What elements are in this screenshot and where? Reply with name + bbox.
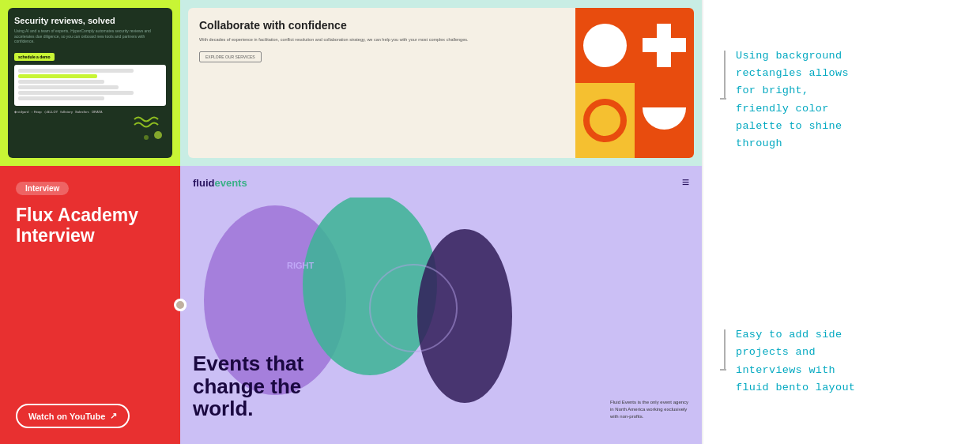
fluid-description: Fluid Events is the only event agency in…: [610, 399, 689, 420]
annotation-top-line1: Using background: [736, 50, 842, 62]
fluid-inner: fluidevents ≡ RIGHT: [180, 166, 702, 444]
annotation-text-top: Using background rectangles allows for b…: [736, 47, 849, 153]
shape-bottom-right: [635, 83, 694, 158]
card-fluid-events: fluidevents ≡ RIGHT: [180, 166, 702, 444]
connector-line-top: [722, 47, 726, 100]
annotation-bottom-line4: fluid bento layout: [736, 382, 855, 393]
watch-youtube-label: Watch on YouTube: [28, 412, 105, 421]
logo-alloy: ◇ ALLOY: [44, 110, 58, 114]
fluid-logo-second: events: [214, 177, 247, 189]
dashboard-row-6: [18, 96, 104, 100]
annotation-top-line6: through: [736, 137, 782, 149]
hamburger-icon[interactable]: ≡: [682, 175, 689, 190]
annotation-top-line3: for bright,: [736, 85, 808, 96]
collaborate-title: Collaborate with confidence: [199, 19, 564, 32]
white-circle-shape: [583, 24, 627, 67]
fluid-heading-line1: Events that: [193, 352, 303, 375]
connector-tick-bottom: [720, 369, 726, 371]
annotation-bottom-line2: projects and: [736, 346, 816, 358]
security-inner: Security reviews, solved Using AI and a …: [8, 8, 172, 158]
connector-tick-top: [720, 98, 726, 100]
watch-youtube-button[interactable]: Watch on YouTube ↗: [16, 404, 130, 428]
dashboard-row-1: [18, 69, 134, 73]
spacer: [722, 247, 961, 279]
dashboard-row-5: [18, 91, 134, 95]
security-dashboard: [14, 65, 166, 106]
annotation-top-group: Using background rectangles allows for b…: [722, 47, 961, 201]
logos-bar: ◆ vidyard ○ Heap ◇ ALLOY fullstory Sales…: [14, 110, 166, 114]
annotation-bottom-line1: Easy to add side: [736, 329, 842, 341]
page-container: Security reviews, solved Using AI and a …: [0, 0, 980, 444]
connector-line-vertical-bottom: [724, 329, 726, 369]
bento-grid: Security reviews, solved Using AI and a …: [0, 0, 703, 444]
annotation-top-line5: palette to shine: [736, 120, 842, 132]
logo-drata: DRATA: [92, 110, 102, 114]
fluid-logo: fluidevents: [193, 177, 247, 189]
security-cta[interactable]: schedule a demo: [14, 53, 55, 61]
connector-line-vertical-top: [724, 51, 726, 98]
collaborate-cta-button[interactable]: EXPLORE OUR SERVICES: [199, 51, 262, 62]
fluid-heading: Events that change the world.: [193, 352, 303, 420]
svg-point-0: [154, 131, 162, 139]
annotation-text-bottom: Easy to add side projects and interviews…: [736, 326, 855, 397]
annotation-bottom-line3: interviews with: [736, 364, 835, 376]
connector-line-bottom: [722, 326, 726, 371]
annotation-top-line4: friendly color: [736, 103, 829, 115]
card-security: Security reviews, solved Using AI and a …: [0, 0, 180, 166]
collaborate-text: Collaborate with confidence With decades…: [188, 8, 575, 158]
logo-salesforce: Salesforr.: [75, 110, 89, 114]
fluid-logo-first: fluid: [193, 177, 214, 189]
shapes-grid: [575, 8, 694, 158]
security-title: Security reviews, solved: [14, 16, 166, 26]
annotation-bottom-group: Easy to add side projects and interviews…: [722, 326, 961, 397]
logo-fullstory: fullstory: [60, 110, 73, 114]
card-interview: Interview Flux Academy Interview Watch o…: [0, 166, 180, 444]
svg-point-5: [417, 229, 512, 403]
svg-point-3: [303, 198, 437, 375]
interview-title: Flux Academy Interview: [16, 205, 164, 394]
annotation-top-line2: rectangles allows: [736, 67, 849, 79]
fluid-heading-line2: change the: [193, 375, 303, 398]
security-desc: Using AI and a team of experts, HyperCom…: [14, 28, 166, 44]
shape-top-left: [575, 8, 635, 83]
shape-top-right: [635, 8, 694, 83]
svg-point-1: [144, 135, 149, 140]
dashboard-row-4: [18, 85, 119, 89]
dashboard-row-2: [18, 74, 97, 78]
shape-bottom-left: [575, 83, 635, 158]
half-circle-shape: [643, 107, 686, 130]
fluid-navbar: fluidevents ≡: [193, 175, 689, 190]
collaborate-desc: With decades of experience in facilitati…: [199, 37, 564, 43]
cross-shape: [643, 24, 686, 67]
interview-badge: Interview: [16, 182, 69, 195]
collaborate-inner: Collaborate with confidence With decades…: [188, 8, 694, 158]
connector-dot-fluid: [180, 299, 187, 311]
watch-youtube-arrow: ↗: [110, 411, 117, 421]
logo-heap: ○ Heap: [31, 110, 41, 114]
sun-shape: [583, 99, 627, 142]
svg-text:RIGHT: RIGHT: [287, 261, 315, 270]
annotations-panel: Using background rectangles allows for b…: [703, 0, 980, 444]
fluid-heading-line3: world.: [193, 397, 303, 420]
logo-vidyard: ◆ vidyard: [14, 110, 28, 114]
card-collaborate: Collaborate with confidence With decades…: [180, 0, 702, 166]
dashboard-row-3: [18, 80, 104, 84]
squiggle-decoration: [130, 115, 166, 146]
